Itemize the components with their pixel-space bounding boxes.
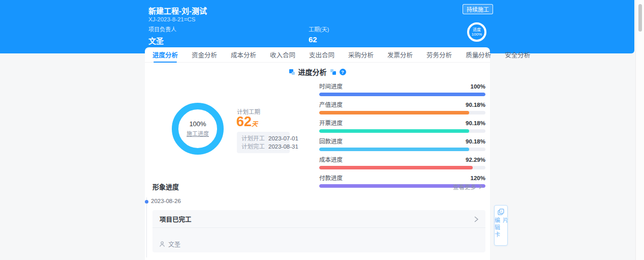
project-header: 新建工程-刘-测试 XJ-2023-8-21=CS 项目负责人 文圣 工期(天)… bbox=[0, 0, 634, 53]
progress-ring-label: 进度 bbox=[473, 27, 481, 32]
progress-label: 产值进度 bbox=[319, 100, 343, 108]
analysis-tabs: 进度分析 资金分析 成本分析 收入合同 支出合同 采购分析 发票分析 劳务分析 … bbox=[145, 47, 490, 63]
tab-expense-contract[interactable]: 支出合同 bbox=[309, 47, 334, 63]
progress-bar-fill bbox=[319, 148, 469, 151]
person-icon bbox=[159, 241, 166, 248]
chevron-right-icon bbox=[473, 216, 479, 223]
scrollbar-thumb[interactable] bbox=[638, 4, 642, 32]
main-card: 进度分析 资金分析 成本分析 收入合同 支出合同 采购分析 发票分析 劳务分析 … bbox=[145, 47, 490, 260]
tab-labor-analysis[interactable]: 劳务分析 bbox=[426, 47, 452, 63]
field-label: 项目负责人 bbox=[148, 25, 176, 33]
progress-row: 开票进度90.18% bbox=[319, 119, 485, 133]
plan-duration: 62天 bbox=[236, 114, 258, 130]
progress-bars: 时间进度100% 产值进度90.18% 开票进度90.18% 回款进度90.18… bbox=[319, 82, 485, 192]
progress-row: 回款进度90.18% bbox=[319, 137, 485, 151]
timeline-dot bbox=[145, 200, 148, 204]
donut-label[interactable]: 施工进度 bbox=[187, 129, 209, 137]
visual-progress-card: 项目已完工 文圣 bbox=[152, 210, 485, 252]
progress-track bbox=[319, 166, 485, 169]
progress-track bbox=[319, 111, 485, 114]
plan-start-date: 2023-07-01 bbox=[268, 134, 298, 142]
section-header: 进度分析 ? bbox=[145, 67, 490, 77]
plan-end-label: 计划完工 bbox=[241, 142, 265, 151]
plan-end-row: 计划完工 2023-08-31 bbox=[241, 142, 285, 151]
section-title: 进度分析 bbox=[298, 67, 327, 77]
progress-ring: 进度 100% bbox=[467, 22, 486, 42]
timeline-date: 2023-08-26 bbox=[151, 198, 181, 204]
help-icon[interactable]: ? bbox=[340, 69, 346, 75]
tab-income-contract[interactable]: 收入合同 bbox=[270, 47, 295, 63]
visual-progress-card-owner: 文圣 bbox=[159, 240, 180, 248]
progress-value: 90.18% bbox=[466, 120, 485, 126]
tab-invoice-analysis[interactable]: 发票分析 bbox=[387, 47, 413, 63]
progress-bar-fill bbox=[319, 93, 485, 96]
edit-card-icon bbox=[498, 209, 504, 215]
tab-safety-analysis[interactable]: 安全分析 bbox=[505, 47, 530, 63]
visual-progress-header: 形象进度 查看更多 bbox=[152, 182, 483, 191]
progress-track bbox=[319, 148, 485, 151]
progress-value: 92.29% bbox=[466, 157, 485, 163]
progress-label: 时间进度 bbox=[319, 82, 343, 90]
view-more-link[interactable]: 查看更多 bbox=[453, 183, 483, 191]
scrollbar[interactable] bbox=[635, 0, 644, 260]
progress-row: 时间进度100% bbox=[319, 82, 485, 96]
chevron-right-icon bbox=[478, 184, 483, 189]
project-title: 新建工程-刘-测试 bbox=[148, 5, 207, 16]
tab-cost-analysis[interactable]: 成本分析 bbox=[231, 47, 256, 63]
plan-start-row: 计划开工 2023-07-01 bbox=[241, 134, 285, 142]
timeline-line bbox=[146, 197, 147, 257]
project-dashboard: 新建工程-刘-测试 XJ-2023-8-21=CS 项目负责人 文圣 工期(天)… bbox=[0, 0, 644, 260]
field-project-manager: 项目负责人 文圣 bbox=[148, 25, 176, 46]
visual-progress-card-title: 项目已完工 bbox=[160, 214, 192, 224]
donut-percent: 100% bbox=[189, 120, 206, 128]
progress-track bbox=[319, 93, 485, 96]
owner-name: 文圣 bbox=[168, 240, 180, 248]
progress-label: 回款进度 bbox=[319, 137, 343, 145]
title-decoration-icon bbox=[330, 69, 336, 75]
project-code: XJ-2023-8-21=CS bbox=[148, 16, 195, 22]
title-decoration-icon bbox=[289, 69, 295, 75]
progress-bar-fill bbox=[319, 166, 473, 169]
plan-start-label: 计划开工 bbox=[241, 134, 265, 142]
plan-end-date: 2023-08-31 bbox=[268, 142, 298, 151]
app-background: 新建工程-刘-测试 XJ-2023-8-21=CS 项目负责人 文圣 工期(天)… bbox=[0, 0, 635, 260]
field-label: 工期(天) bbox=[309, 25, 329, 33]
visual-progress-title: 形象进度 bbox=[152, 182, 179, 191]
edit-card-label: 编辑卡片 bbox=[493, 217, 509, 245]
edit-card-button[interactable]: 编辑卡片 bbox=[494, 205, 508, 246]
progress-value: 90.18% bbox=[466, 102, 485, 108]
plan-duration-unit: 天 bbox=[252, 121, 258, 128]
field-value: 62 bbox=[309, 35, 329, 44]
status-badge: 持续施工 bbox=[463, 4, 493, 14]
progress-value: 100% bbox=[471, 83, 485, 90]
progress-row: 成本进度92.29% bbox=[319, 155, 485, 169]
chevron-down-icon[interactable] bbox=[475, 52, 481, 61]
progress-bar-fill bbox=[319, 111, 469, 114]
plan-dates-box: 计划开工 2023-07-01 计划完工 2023-08-31 bbox=[237, 132, 290, 153]
construction-progress-donut: 100% 施工进度 bbox=[172, 103, 224, 155]
field-value: 文圣 bbox=[148, 35, 176, 46]
progress-bar-fill bbox=[319, 129, 469, 133]
tab-progress-analysis[interactable]: 进度分析 bbox=[152, 47, 178, 63]
progress-label: 开票进度 bbox=[319, 119, 343, 127]
progress-ring-value: 100% bbox=[472, 32, 482, 37]
progress-value: 120% bbox=[471, 175, 485, 181]
tab-procurement-analysis[interactable]: 采购分析 bbox=[348, 47, 374, 63]
progress-value: 90.18% bbox=[466, 138, 485, 145]
progress-label: 付款进度 bbox=[319, 174, 343, 182]
progress-row: 产值进度90.18% bbox=[319, 100, 485, 114]
view-more-label: 查看更多 bbox=[453, 183, 476, 191]
progress-label: 成本进度 bbox=[319, 155, 343, 163]
visual-progress-card-header[interactable]: 项目已完工 bbox=[152, 210, 485, 228]
progress-track bbox=[319, 129, 485, 133]
plan-duration-value: 62 bbox=[236, 114, 252, 129]
field-duration: 工期(天) 62 bbox=[309, 25, 329, 44]
tab-funds-analysis[interactable]: 资金分析 bbox=[192, 47, 217, 63]
